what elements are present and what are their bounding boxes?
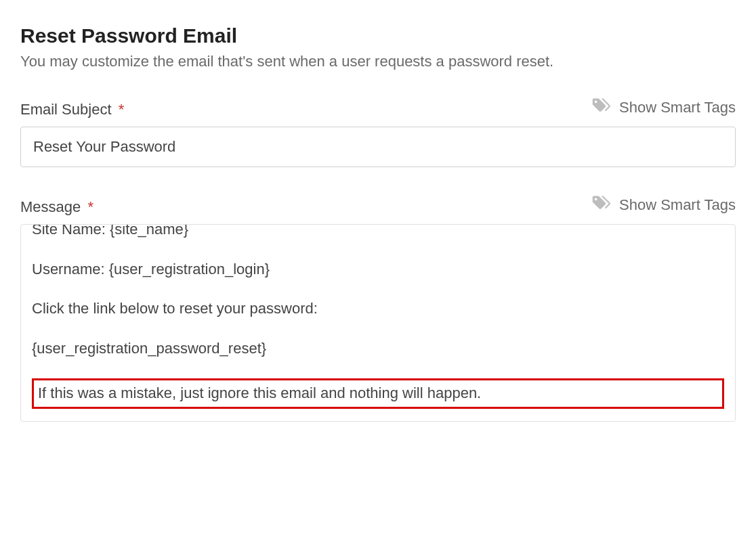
- show-smart-tags-message[interactable]: Show Smart Tags: [592, 194, 736, 216]
- message-label-text: Message: [20, 198, 81, 215]
- show-smart-tags-label: Show Smart Tags: [619, 99, 736, 116]
- message-textarea[interactable]: Site Name: {site_name} Username: {user_r…: [20, 224, 736, 422]
- email-subject-input[interactable]: [20, 127, 736, 167]
- tags-icon: [592, 194, 612, 216]
- message-row: Message * Show Smart Tags: [20, 194, 736, 216]
- message-line: If this was a mistake, just ignore this …: [38, 383, 718, 404]
- section-title: Reset Password Email: [20, 24, 736, 47]
- svg-point-0: [595, 100, 597, 103]
- show-smart-tags-subject[interactable]: Show Smart Tags: [592, 97, 736, 118]
- required-marker: *: [119, 101, 125, 118]
- required-marker: *: [87, 198, 93, 215]
- svg-point-1: [595, 198, 597, 200]
- message-line: Site Name: {site_name}: [32, 224, 724, 240]
- section-description: You may customize the email that's sent …: [20, 51, 736, 72]
- message-line: Username: {user_registration_login}: [32, 259, 724, 280]
- highlighted-annotation: If this was a mistake, just ignore this …: [32, 378, 724, 409]
- email-subject-label-text: Email Subject: [20, 101, 112, 118]
- tags-icon: [592, 97, 612, 118]
- email-subject-row: Email Subject * Show Smart Tags: [20, 97, 736, 118]
- message-label: Message *: [20, 198, 93, 216]
- message-line: {user_registration_password_reset}: [32, 338, 724, 359]
- email-subject-label: Email Subject *: [20, 101, 124, 118]
- show-smart-tags-label: Show Smart Tags: [619, 196, 736, 214]
- message-line: Click the link below to reset your passw…: [32, 298, 724, 319]
